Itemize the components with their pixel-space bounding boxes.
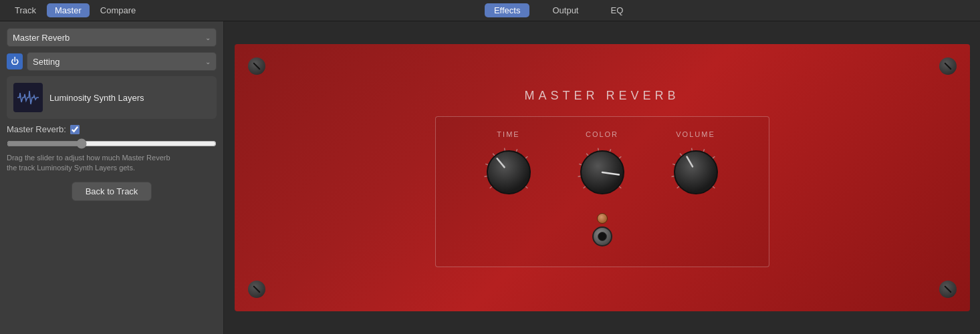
left-panel: Master Reverb ⌄ ⏻ Setting ⌄ <box>0 21 224 334</box>
reverb-label: Master Reverb: <box>7 124 66 134</box>
knob-group-volume: VOLUME <box>666 130 726 202</box>
svg-point-28 <box>675 151 717 194</box>
back-to-track-button[interactable]: Back to Track <box>72 182 152 201</box>
waveform-icon <box>16 88 40 108</box>
jack-hole <box>598 232 607 241</box>
setting-dropdown[interactable]: Setting ⌄ <box>27 52 217 71</box>
tab-eq[interactable]: EQ <box>601 3 632 17</box>
plugin-background: MASTER REVERB TIME <box>235 44 970 311</box>
main-content: Master Reverb ⌄ ⏻ Setting ⌄ <box>0 21 980 334</box>
plugin-dropdown[interactable]: Master Reverb ⌄ <box>7 28 217 47</box>
svg-point-8 <box>487 151 530 194</box>
knob-label-volume: VOLUME <box>676 130 715 138</box>
chevron-down-icon: ⌄ <box>205 34 211 41</box>
screw-bottom-right <box>939 281 957 298</box>
jack-connector-area <box>592 213 612 246</box>
screw-bottom-left <box>248 281 265 298</box>
plugin-dropdown-value: Master Reverb <box>13 33 70 43</box>
tab-effects[interactable]: Effects <box>485 3 530 17</box>
knob-group-color: COLOR <box>572 130 632 202</box>
knob-volume[interactable] <box>666 142 726 202</box>
plugin-dropdown-row: Master Reverb ⌄ <box>7 28 217 47</box>
top-bar: Track Master Compare Effects Output EQ <box>0 0 980 21</box>
jack-tip <box>597 213 608 224</box>
power-button[interactable]: ⏻ <box>7 53 23 69</box>
reverb-slider[interactable] <box>7 138 217 149</box>
jack-body <box>592 226 612 246</box>
knobs-row: TIME <box>479 130 726 202</box>
reverb-control: Master Reverb: Drag the slider to adjust… <box>7 124 217 174</box>
plugin-title: MASTER REVERB <box>524 89 679 103</box>
tab-group-left: Track Master Compare <box>7 3 144 17</box>
knob-label-time: TIME <box>497 130 519 138</box>
track-name-label: Luminosity Synth Layers <box>49 93 144 103</box>
track-icon <box>13 83 43 112</box>
screw-top-right <box>939 57 957 75</box>
tab-master[interactable]: Master <box>47 3 90 17</box>
chevron-down-icon: ⌄ <box>205 58 211 65</box>
reverb-checkbox[interactable] <box>70 125 80 134</box>
tab-output[interactable]: Output <box>543 3 588 17</box>
knob-time[interactable] <box>479 142 539 202</box>
tab-group-center: Effects Output EQ <box>144 3 973 17</box>
right-panel: MASTER REVERB TIME <box>224 21 980 334</box>
reverb-label-row: Master Reverb: <box>7 124 217 134</box>
knob-panel: TIME <box>435 116 769 267</box>
slider-row <box>7 138 217 149</box>
knob-color[interactable] <box>572 142 632 202</box>
drag-hint-text: Drag the slider to adjust how much Maste… <box>7 153 217 174</box>
track-info-card: Luminosity Synth Layers <box>7 76 217 119</box>
screw-top-left <box>248 57 265 75</box>
tab-compare[interactable]: Compare <box>92 3 144 17</box>
knob-label-color: COLOR <box>586 130 618 138</box>
knob-group-time: TIME <box>479 130 539 202</box>
tab-track[interactable]: Track <box>7 3 44 17</box>
setting-row: ⏻ Setting ⌄ <box>7 52 217 71</box>
power-icon: ⏻ <box>11 57 19 66</box>
setting-dropdown-value: Setting <box>33 57 59 67</box>
